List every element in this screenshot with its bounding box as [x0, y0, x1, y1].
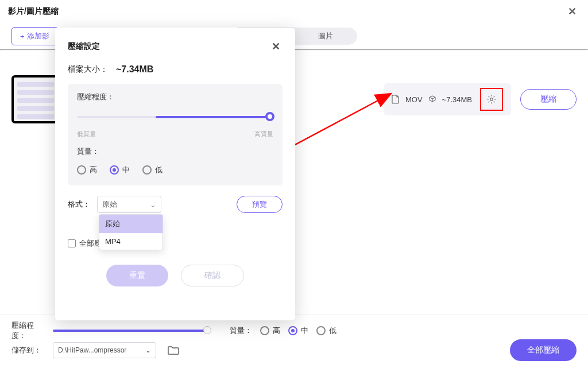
add-media-button[interactable]: + 添加影	[11, 27, 58, 45]
saveto-label: 儲存到：	[11, 345, 46, 355]
quality-radio-group: 高 中 低	[77, 165, 273, 175]
quality-label: 質量：	[77, 146, 273, 157]
slider-min-label: 低質量	[77, 130, 96, 138]
quality-radio-mid[interactable]: 中	[110, 165, 130, 175]
quality-radio-low[interactable]: 低	[142, 165, 163, 175]
reset-button[interactable]: 重置	[106, 265, 168, 286]
preview-button[interactable]: 預覽	[237, 196, 283, 213]
window-title: 影片/圖片壓縮	[8, 6, 59, 17]
modal-close-icon[interactable]: ✕	[269, 38, 283, 55]
chevron-down-icon: ⌄	[145, 346, 151, 354]
bottom-quality-low[interactable]: 低	[316, 326, 336, 336]
format-select[interactable]: 原始 ⌄	[97, 196, 161, 213]
chevron-down-icon: ⌄	[150, 200, 156, 209]
bottom-level-label: 壓縮程度：	[11, 320, 46, 341]
svg-point-0	[490, 98, 493, 101]
bottom-bar: 壓縮程度： 質量： 高 中 低 儲存到： D:\HitPaw...ompress…	[0, 315, 588, 363]
format-row: 格式： 原始 ⌄ 原始 MP4 預覽	[68, 196, 283, 213]
save-path-select[interactable]: D:\HitPaw...ompressor ⌄	[53, 342, 156, 358]
file-format: MOV	[405, 95, 423, 104]
compress-all-button[interactable]: 全部壓縮	[510, 339, 577, 361]
bottom-quality-high[interactable]: 高	[260, 326, 280, 336]
filesize-label: 檔案大小：	[68, 64, 108, 75]
confirm-button[interactable]: 確認	[181, 265, 244, 286]
save-path-value: D:\HitPaw...ompressor	[58, 346, 126, 354]
level-label: 壓縮程度：	[77, 92, 273, 102]
file-meta: MOV ~7.34MB	[384, 83, 511, 115]
bottom-quality-mid[interactable]: 中	[288, 326, 308, 336]
compression-settings-modal: 壓縮設定 ✕ 檔案大小： ~7.34MB 壓縮程度： 低質量 高質量 質量： 高…	[55, 28, 295, 320]
gear-icon[interactable]	[486, 94, 497, 104]
bottom-quality-group: 質量： 高 中 低	[230, 326, 336, 336]
video-thumbnail[interactable]	[11, 75, 60, 123]
format-selected-value: 原始	[102, 199, 117, 210]
open-folder-button[interactable]	[165, 342, 181, 358]
quality-radio-high[interactable]: 高	[77, 165, 97, 175]
format-label: 格式：	[68, 199, 90, 210]
cube-icon	[428, 95, 436, 103]
bottom-quality-label: 質量：	[230, 326, 252, 336]
folder-icon	[168, 346, 179, 355]
apply-all-checkbox[interactable]	[68, 239, 76, 247]
format-dropdown: 原始 MP4	[99, 214, 163, 250]
compression-level-slider[interactable]	[77, 110, 273, 127]
filesize-value: ~7.34MB	[116, 64, 153, 75]
compress-button[interactable]: 壓縮	[520, 89, 577, 110]
add-media-label: 添加影	[27, 31, 49, 41]
format-option-mp4[interactable]: MP4	[99, 233, 163, 250]
slider-knob[interactable]	[265, 112, 274, 121]
compression-panel: 壓縮程度： 低質量 高質量 質量： 高 中 低	[68, 84, 283, 185]
slider-knob[interactable]	[203, 326, 211, 334]
modal-title: 壓縮設定	[68, 41, 100, 52]
tab-image[interactable]: 圖片	[294, 28, 357, 45]
bottom-compression-slider[interactable]	[53, 325, 208, 336]
format-option-original[interactable]: 原始	[99, 215, 163, 233]
file-icon	[392, 95, 400, 104]
titlebar: 影片/圖片壓縮 ✕	[0, 0, 588, 23]
file-size: ~7.34MB	[442, 95, 472, 104]
slider-max-label: 高質量	[254, 130, 273, 138]
plus-icon: +	[20, 32, 25, 41]
content-area: MOV ~7.34MB 壓縮 壓縮設定 ✕ 檔案大小： ~7.34MB 壓縮程度…	[0, 51, 588, 315]
settings-highlight-box	[480, 88, 503, 111]
close-icon[interactable]: ✕	[564, 3, 580, 20]
